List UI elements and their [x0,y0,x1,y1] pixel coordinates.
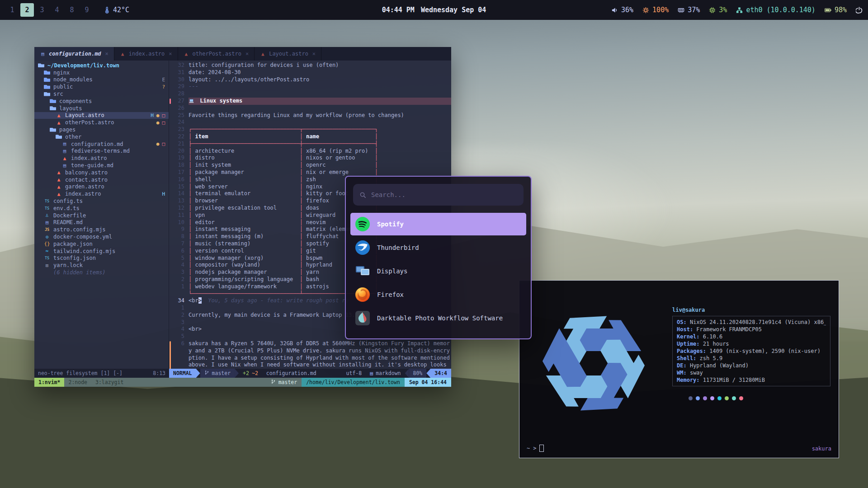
text-span: │ [300,262,306,268]
workspace-button-2[interactable]: 2 [20,3,34,17]
brightness-module[interactable]: 100% [642,6,669,14]
tree-item-configuration.md[interactable]: ▤configuration.md●□ [34,141,169,148]
volume-module[interactable]: 36% [611,6,633,14]
tree-item-tone-guide.md[interactable]: ▤tone-guide.md [34,162,169,169]
tree-item-package.json[interactable]: {}package.json [34,240,169,248]
text-span: init system [195,162,299,168]
buffer-line[interactable]: 6sakura has a Ryzen 5 7640U, 32GB of DDR… [169,340,451,369]
battery-module[interactable]: 98% [825,6,847,14]
close-icon[interactable]: × [105,51,108,57]
workspace-button-4[interactable]: 4 [50,3,64,17]
tree-item-otherPost.astro[interactable]: ▲otherPost.astro●□ [34,119,169,126]
tree-item-balcony.astro[interactable]: ▲balcony.astro [34,169,169,176]
tab-configuration.md[interactable]: ▤configuration.md× [34,47,114,61]
tree-item-env.d.ts[interactable]: TSenv.d.ts [34,205,169,212]
tree-item-marks: E [162,77,169,83]
line-sign [169,162,173,169]
tmux-window-1:nvim*[interactable]: 1:nvim* [34,378,64,387]
tree-item-label: components [59,98,92,104]
tree-item-index.astro[interactable]: ▲index.astroH [34,190,169,197]
tree-item-astro.config.mjs[interactable]: JSastro.config.mjs [34,226,169,233]
buffer-line[interactable]: 32title: configuration for devices i use… [169,62,451,69]
buffer-line[interactable]: 27 Linux systems [169,98,451,105]
power-module[interactable] [856,7,863,14]
launcher-item-label: Darktable Photo Workflow Software [377,314,503,322]
tree-item-(6 hidden items)[interactable]: (6 hidden items) [34,269,169,276]
launcher-item-darktable-photo-workflow-software[interactable]: Darktable Photo Workflow Software [350,307,526,329]
tree-item-pages[interactable]: pages [34,126,169,133]
text-span: │ [300,240,306,247]
launcher-search-input[interactable]: Search... [353,184,524,206]
memory-module[interactable]: 37% [678,6,700,14]
tab-label: otherPost.astro [193,51,241,57]
buffer-line[interactable]: 20│ architecture │ x86_64 (rip m2 pro) │ [169,148,451,155]
buffer-line[interactable]: 26 [169,105,451,112]
tree-item-public[interactable]: public? [34,83,169,90]
tab-Layout.astro[interactable]: ▲Layout.astro× [255,47,321,61]
tree-item-index.astro[interactable]: ▲index.astro [34,155,169,162]
buffer-line[interactable]: 24 [169,119,451,126]
tree-item-~/Development/liv.town[interactable]: ~/Development/liv.town [34,62,169,69]
tree-item-garden.astro[interactable]: ▲garden.astro [34,183,169,191]
text-span: sakura has a Ryzen 5 7640U, 32GB of DDR5… [189,340,451,368]
text-span: programming/scripting language [195,276,299,282]
tree-item-docker-compose.yml[interactable]: ⚙docker-compose.yml [34,233,169,240]
text-span: │ [375,169,378,175]
fetch-row-wm: WM: sway [677,369,826,376]
tree-item-label: README.md [53,219,83,225]
tree-item-src[interactable]: src [34,90,169,98]
powerline-separator [426,369,430,378]
buffer-line[interactable]: 25Favorite things regarding Linux and my… [169,112,451,119]
tree-item-layouts[interactable]: layouts [34,105,169,112]
tree-item-contact.astro[interactable]: ▲contact.astro [34,176,169,183]
buffer-line[interactable]: 18│ init system │ openrc │ [169,162,451,169]
tree-item-Layout.astro[interactable]: ▲Layout.astroH●□ [34,112,169,119]
workspace-button-3[interactable]: 3 [35,3,49,17]
tree-item-other[interactable]: other [34,133,169,141]
tree-item-fediverse-terms.md[interactable]: ▤fediverse-terms.md [34,148,169,155]
buffer-line[interactable]: 28 [169,90,451,98]
close-icon[interactable]: × [169,51,172,57]
buffer-line[interactable]: 17│ package manager │ nix or emerge │ [169,169,451,176]
workspace-button-8[interactable]: 8 [65,3,79,17]
buffer-line[interactable]: 29--- [169,83,451,90]
text-span: │ [375,162,378,168]
workspace-button-9[interactable]: 9 [80,3,94,17]
tree-item-node_modules[interactable]: node_modulesE [34,76,169,84]
text-span: │ [189,255,195,261]
tmux-git-branch: master [266,378,302,387]
tree-item-components[interactable]: components [34,98,169,105]
tab-index.astro[interactable]: ▲index.astro× [114,47,178,61]
workspace-switcher: 123489 [5,3,94,17]
workspace-button-1[interactable]: 1 [5,3,19,17]
buffer-line[interactable]: 19│ distro │ nixos or gentoo │ [169,155,451,162]
tree-item-config.ts[interactable]: TSconfig.ts [34,197,169,205]
launcher-item-displays[interactable]: Displays [350,260,526,282]
tmux-window-3:lazygit[interactable]: 3:lazygit [91,378,127,387]
tree-item-label: index.astro [71,155,107,161]
buffer-line[interactable]: 22│ item │ name │ [169,133,451,141]
ts-icon: TS [44,199,50,203]
launcher-item-spotify[interactable]: Spotify [350,213,526,235]
shell-prompt[interactable]: ~ > [527,445,544,452]
buffer-line[interactable]: 23┌─────────────────────────────────┬───… [169,126,451,133]
tree-item-yarn.lock[interactable]: ⊠yarn.lock [34,262,169,269]
tree-item-tailwind.config.mjs[interactable]: ≈tailwind.config.mjs [34,248,169,255]
launcher-item-firefox[interactable]: Firefox [350,283,526,306]
tree-item-README.md[interactable]: ▤README.md [34,219,169,226]
tree-item-nginx[interactable]: nginx [34,69,169,76]
cpu-module[interactable]: 3% [709,6,727,14]
tree-item-Dockerfile[interactable]: ⚓Dockerfile [34,212,169,219]
tree-item-tsconfig.json[interactable]: TStsconfig.json [34,255,169,262]
tab-otherPost.astro[interactable]: ▲otherPost.astro× [178,47,255,61]
buffer-line[interactable]: 31date: 2024-08-30 [169,69,451,76]
close-icon[interactable]: × [312,51,316,57]
close-icon[interactable]: × [245,51,249,57]
fetch-value: 21 hours [703,341,729,347]
folder-icon [44,85,50,89]
network-module[interactable]: eth0 (10.0.0.140) [736,6,816,14]
launcher-item-thunderbird[interactable]: Thunderbird [350,236,526,259]
buffer-line[interactable]: 21├─────────────────────────────────┼───… [169,141,451,148]
buffer-line[interactable]: 30layout: ../../layouts/otherPost.astro [169,76,451,84]
tmux-window-2:node[interactable]: 2:node [64,378,91,387]
